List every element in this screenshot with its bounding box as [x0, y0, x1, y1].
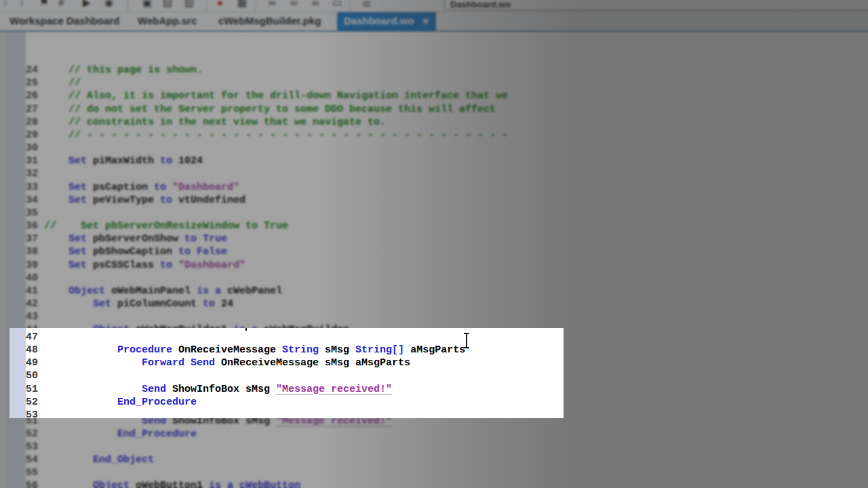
line-number: 27	[26, 103, 38, 116]
code-line[interactable]: 55	[0, 466, 868, 480]
code-line[interactable]: 53	[9, 409, 564, 418]
code-line[interactable]: 28 // constraints in the next view that …	[0, 116, 868, 129]
line-number: 51	[26, 383, 38, 396]
compile-icon[interactable]: ▣	[142, 0, 152, 9]
preview-icon[interactable]: ∞	[312, 0, 319, 9]
filename-combobox[interactable]: Dashboard.wo	[444, 0, 868, 10]
flag-icon[interactable]: ⚑	[39, 0, 48, 9]
code-text: End_Procedure	[44, 396, 197, 409]
drag-handle-icon[interactable]: ⁞	[20, 0, 23, 9]
tab-cwebmsgbuilder-pkg[interactable]: cWebMsgBuilder.pkg	[218, 12, 321, 30]
breakpoint-icon[interactable]: ●	[217, 0, 223, 9]
inspect-icon[interactable]: ∞	[290, 0, 298, 9]
line-number: 53	[26, 441, 38, 453]
code-line[interactable]: 33 Set psCaption to "Dashboard"	[0, 181, 868, 195]
goto-line-icon[interactable]: #	[58, 0, 64, 9]
build-icon[interactable]: ▤	[163, 0, 172, 9]
code-line[interactable]: 41 Object oWebMainPanel is a cWebPanel	[0, 285, 868, 298]
record-icon[interactable]: ◉	[104, 0, 113, 9]
ibeam-mouse-cursor	[466, 333, 467, 348]
line-number: 25	[26, 77, 38, 89]
code-line[interactable]: 32	[0, 167, 868, 181]
run-icon[interactable]: ▶	[83, 0, 91, 9]
tab-webapp-src[interactable]: WebApp.src	[138, 12, 197, 30]
tab-dashboard-wo[interactable]: Dashboard.wo✕	[337, 12, 436, 30]
package-icon[interactable]: ▥	[184, 0, 194, 9]
toolbar-separator	[350, 0, 351, 12]
line-number: 35	[26, 207, 38, 220]
code-line[interactable]: 36// Set pbServerOnResizeWindow to True	[0, 220, 868, 233]
line-number: 50	[26, 369, 38, 382]
code-line[interactable]: 43	[0, 310, 868, 324]
tab-bar: Workspace DashboardWebApp.srccWebMsgBuil…	[0, 12, 868, 30]
list-icon[interactable]: ☰	[362, 0, 371, 9]
code-line[interactable]: 35	[0, 207, 868, 220]
watch-icon[interactable]: ∞	[269, 0, 276, 9]
code-line[interactable]: 40	[0, 272, 868, 285]
code-line[interactable]: 47	[9, 331, 564, 344]
code-line[interactable]: 26 // Also, it is important for the dril…	[0, 89, 868, 103]
code-text: Send ShowInfoBox sMsg "Message received!…	[44, 383, 392, 396]
code-line[interactable]: 29 // - - - - - - - - - - - - - - - - - …	[0, 129, 868, 142]
line-number: 26	[26, 89, 38, 102]
line-number: 41	[26, 285, 38, 298]
line-number: 29	[26, 129, 38, 142]
code-line[interactable]: 56 Object oWebButton1 is a cWebButton	[0, 479, 868, 488]
line-number: 28	[26, 116, 38, 129]
line-number: 49	[26, 357, 38, 369]
code-line[interactable]: 39 Set psCSSClass to "Dashboard"	[0, 259, 868, 272]
code-line[interactable]: 52 End_Procedure	[0, 428, 868, 441]
line-number: 56	[26, 479, 38, 488]
code-line[interactable]: 51 Send ShowInfoBox sMsg "Message receiv…	[9, 383, 564, 396]
code-line[interactable]: 24 // this page is shown.	[0, 64, 868, 77]
code-line[interactable]: 52 End_Procedure	[9, 396, 564, 409]
line-number: 24	[26, 64, 38, 77]
code-text: Object oWebMainPanel is a cWebPanel	[44, 285, 282, 298]
line-number: 47	[26, 331, 38, 344]
code-text: Set pbShowCaption to False	[44, 245, 227, 258]
line-number: 31	[26, 155, 38, 167]
code-text: //	[44, 77, 81, 89]
grid-icon[interactable]: ▦	[237, 0, 247, 9]
code-line[interactable]: 31 Set piMaxWidth to 1024	[0, 155, 868, 168]
drag-handle-icon[interactable]: ⁞	[4, 0, 7, 9]
code-line[interactable]: 54 End_Object	[0, 453, 868, 467]
code-text: Procedure OnReceiveMessage String sMsg S…	[44, 344, 465, 357]
code-text: Forward Send OnReceiveMessage sMsg aMsgP…	[44, 357, 410, 369]
code-text: // constraints in the next view that we …	[44, 116, 386, 129]
line-number: 33	[26, 181, 38, 194]
code-text: // Also, it is important for the drill-d…	[44, 89, 508, 102]
close-tab-icon[interactable]: ✕	[422, 16, 429, 26]
line-number: 30	[26, 142, 38, 155]
code-line[interactable]: 49 Forward Send OnReceiveMessage sMsg aM…	[9, 357, 564, 370]
line-number: 52	[26, 428, 38, 441]
line-number: 52	[26, 396, 38, 409]
code-line[interactable]: 38 Set pbShowCaption to False	[0, 245, 868, 259]
code-editor[interactable]: 24 // this page is shown.25 //26 // Also…	[0, 32, 868, 488]
code-line[interactable]: 27 // do not set the Server property to …	[0, 103, 868, 117]
tab-label: Workspace Dashboard	[9, 15, 119, 26]
code-text: Set piColumnCount to 24	[44, 298, 233, 310]
code-text: Set peViewType to vtUndefined	[44, 194, 245, 207]
code-line[interactable]: 50	[9, 369, 564, 383]
line-number: 36	[26, 220, 38, 232]
tab-label: WebApp.src	[138, 15, 197, 26]
code-line[interactable]: 48 Procedure OnReceiveMessage String sMs…	[9, 344, 564, 357]
frame-icon[interactable]: ▭	[332, 0, 342, 9]
code-line[interactable]: 53	[0, 441, 868, 454]
code-text: // this page is shown.	[44, 64, 203, 77]
code-line[interactable]: 25 //	[0, 77, 868, 90]
line-number: 53	[26, 409, 38, 418]
line-number: 43	[26, 310, 38, 323]
line-number: 38	[26, 245, 38, 258]
tab-workspace-dashboard[interactable]: Workspace Dashboard	[9, 12, 119, 30]
code-text: Object oWebButton1 is a cWebButton	[44, 479, 300, 488]
code-line[interactable]: 30	[0, 142, 868, 155]
code-text: End_Object	[44, 453, 154, 466]
line-number: 54	[26, 453, 38, 466]
line-number: 48	[26, 344, 38, 357]
code-line[interactable]: 34 Set peViewType to vtUndefined	[0, 194, 868, 207]
code-line[interactable]: 42 Set piColumnCount to 24	[0, 298, 868, 311]
code-line[interactable]: 37 Set pbServerOnShow to True	[0, 232, 868, 246]
toolbar-separator	[255, 0, 256, 12]
